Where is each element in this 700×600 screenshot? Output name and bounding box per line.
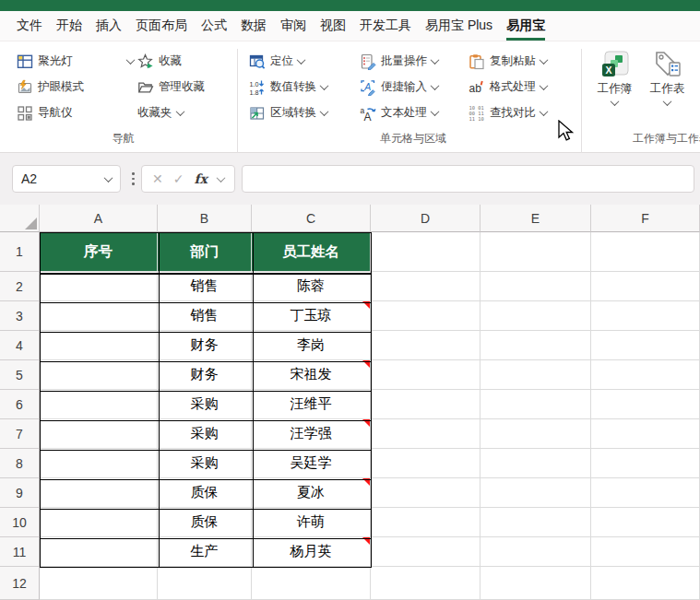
favorites-folder-button[interactable]: 收藏夹	[136, 103, 231, 123]
row-header-6[interactable]: 6	[0, 390, 40, 419]
number-convert-button[interactable]: 1.01.8数值转换	[247, 77, 358, 97]
row-header-5[interactable]: 5	[0, 360, 40, 390]
cell-A10[interactable]	[40, 508, 158, 537]
cell-A6[interactable]	[40, 390, 158, 419]
manage-favorites-button[interactable]: 管理收藏	[136, 77, 231, 97]
cell-C5[interactable]: 宋祖发	[252, 360, 371, 390]
cell-C6[interactable]: 汪维平	[252, 390, 371, 419]
cell-C3[interactable]: 丁玉琼	[252, 301, 371, 331]
col-header-D[interactable]: D	[371, 205, 481, 232]
cell-C11[interactable]: 杨月英	[252, 537, 371, 567]
cell-B1[interactable]: 部门	[158, 232, 252, 272]
format-process-button[interactable]: ab格式处理	[467, 77, 579, 97]
navigator-button[interactable]: 导航仪	[15, 103, 136, 123]
cell-B8[interactable]: 采购	[158, 449, 252, 478]
cell-B5[interactable]: 财务	[158, 360, 252, 390]
cell-F10[interactable]	[591, 508, 700, 537]
cell-D4[interactable]	[371, 331, 481, 360]
cell-A2[interactable]	[40, 272, 158, 301]
cell-C8[interactable]: 吴廷学	[252, 449, 371, 478]
cell-B3[interactable]: 销售	[158, 301, 252, 331]
cell-E5[interactable]	[481, 360, 591, 390]
cell-F2[interactable]	[591, 272, 700, 301]
cell-D6[interactable]	[371, 390, 481, 419]
cell-D3[interactable]	[371, 301, 481, 331]
cell-A8[interactable]	[40, 449, 158, 478]
cell-A1[interactable]: 序号	[40, 232, 158, 272]
row-header-3[interactable]: 3	[0, 301, 40, 331]
insert-function-icon[interactable]: fx	[195, 171, 208, 186]
cell-C4[interactable]: 李岗	[252, 331, 371, 360]
formula-input[interactable]	[242, 165, 694, 193]
cell-A9[interactable]	[40, 478, 158, 508]
cell-A11[interactable]	[40, 537, 158, 567]
cell-E9[interactable]	[481, 478, 591, 508]
copy-paste-button[interactable]: 复制粘贴	[467, 52, 579, 71]
cell-E1[interactable]	[481, 232, 591, 272]
cell-C10[interactable]: 许萌	[252, 508, 371, 537]
cell-A12[interactable]	[40, 567, 158, 600]
cell-F12[interactable]	[591, 567, 700, 600]
cell-E2[interactable]	[481, 272, 591, 301]
spotlight-button[interactable]: 聚光灯	[15, 52, 136, 71]
cell-B12[interactable]	[158, 567, 252, 600]
cell-B6[interactable]: 采购	[158, 390, 252, 419]
row-header-7[interactable]: 7	[0, 419, 40, 449]
menu-tab-home[interactable]: 开始	[56, 11, 82, 41]
range-convert-button[interactable]: 区域转换	[247, 103, 358, 123]
row-header-1[interactable]: 1	[0, 232, 40, 272]
cell-F9[interactable]	[591, 478, 700, 508]
cell-B11[interactable]: 生产	[158, 537, 252, 567]
quick-input-button[interactable]: A便捷输入	[358, 77, 467, 97]
cell-E11[interactable]	[481, 537, 591, 567]
worksheet-button[interactable]: 工作表	[641, 49, 694, 110]
cell-F1[interactable]	[591, 232, 700, 272]
cell-F7[interactable]	[591, 419, 700, 449]
text-process-button[interactable]: aA文本处理	[358, 103, 467, 123]
merge-split-button[interactable]: 合并 拆分	[694, 49, 700, 110]
col-header-E[interactable]: E	[481, 205, 591, 232]
row-header-4[interactable]: 4	[0, 331, 40, 360]
batch-operations-button[interactable]: 批量操作	[358, 52, 467, 71]
cell-D5[interactable]	[371, 360, 481, 390]
row-header-8[interactable]: 8	[0, 449, 40, 478]
row-header-9[interactable]: 9	[0, 478, 40, 508]
row-header-11[interactable]: 11	[0, 537, 40, 567]
cell-D8[interactable]	[371, 449, 481, 478]
chevron-down-icon[interactable]	[216, 173, 225, 182]
cell-D7[interactable]	[371, 419, 481, 449]
cell-C9[interactable]: 夏冰	[252, 478, 371, 508]
cell-C12[interactable]	[252, 567, 371, 600]
cell-D11[interactable]	[371, 537, 481, 567]
cell-B2[interactable]: 销售	[158, 272, 252, 301]
eye-protection-button[interactable]: 护眼模式	[15, 77, 136, 97]
cell-E10[interactable]	[481, 508, 591, 537]
cell-F4[interactable]	[591, 331, 700, 360]
cell-A3[interactable]	[40, 301, 158, 331]
cell-C2[interactable]: 陈蓉	[252, 272, 371, 301]
menu-tab-developer[interactable]: 开发工具	[360, 11, 411, 41]
cell-C7[interactable]: 汪学强	[252, 419, 371, 449]
cell-A7[interactable]	[40, 419, 158, 449]
col-header-F[interactable]: F	[591, 205, 700, 232]
name-box[interactable]: A2	[12, 165, 121, 193]
menu-tab-yyb-plus[interactable]: 易用宝 Plus	[425, 11, 492, 41]
menu-tab-data[interactable]: 数据	[241, 11, 267, 41]
cell-E3[interactable]	[481, 301, 591, 331]
cell-D12[interactable]	[371, 567, 481, 600]
row-header-10[interactable]: 10	[0, 508, 40, 537]
locate-button[interactable]: 定位	[247, 52, 358, 71]
cell-F6[interactable]	[591, 390, 700, 419]
cell-F11[interactable]	[591, 537, 700, 567]
cell-F3[interactable]	[591, 301, 700, 331]
cell-C1[interactable]: 员工姓名	[252, 232, 371, 272]
cell-D9[interactable]	[371, 478, 481, 508]
cell-D2[interactable]	[371, 272, 481, 301]
cell-D1[interactable]	[371, 232, 481, 272]
cell-F5[interactable]	[591, 360, 700, 390]
cell-A5[interactable]	[40, 360, 158, 390]
col-header-B[interactable]: B	[158, 205, 252, 232]
cell-A4[interactable]	[40, 331, 158, 360]
favorite-button[interactable]: 收藏	[136, 52, 231, 71]
cell-E8[interactable]	[481, 449, 591, 478]
